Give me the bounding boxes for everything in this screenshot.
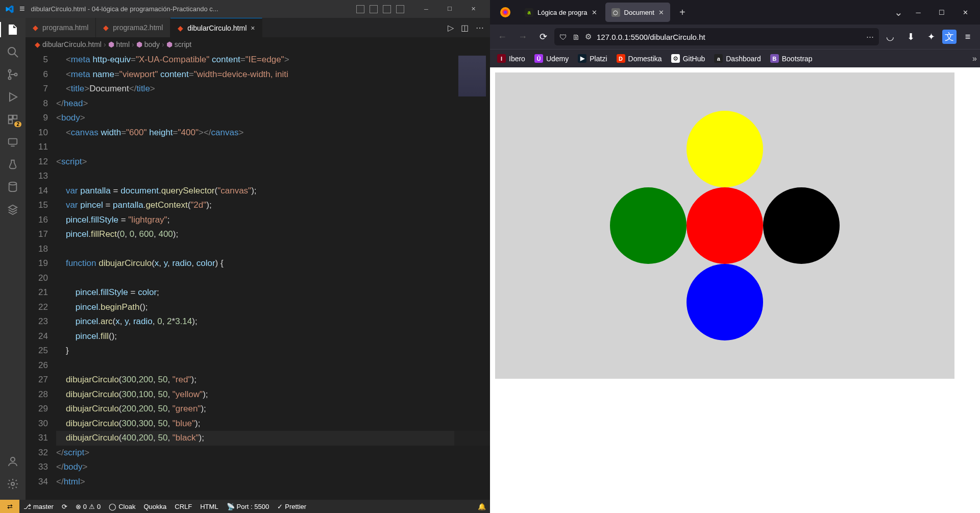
bookmark-platzi[interactable]: ▶Platzi — [574, 52, 611, 65]
back-button[interactable]: ← — [493, 28, 511, 46]
code-editor[interactable]: 5678910111213141516171819202122232425262… — [26, 52, 490, 500]
circle-yellow — [687, 111, 763, 187]
address-bar[interactable]: 🛡 🗎 ⚙ 127.0.0.1:5500/dibularCirculo.ht ⋯ — [554, 28, 879, 45]
git-branch[interactable]: ⎇ master — [19, 503, 58, 510]
vscode-window: ≡ dibularCirculo.html - 04-lógica de pro… — [0, 0, 490, 513]
svg-point-4 — [15, 74, 17, 76]
downloads-icon[interactable]: ⬇ — [901, 28, 920, 46]
svg-point-11 — [11, 457, 15, 461]
svg-point-12 — [11, 482, 14, 485]
forward-button[interactable]: → — [513, 28, 532, 46]
tab-document[interactable]: ◌ Document ✕ — [605, 3, 670, 22]
close-icon[interactable]: ✕ — [592, 9, 597, 16]
window-title: dibularCirculo.html - 04-lógica de progr… — [31, 5, 356, 13]
translate-icon[interactable]: 文 — [942, 30, 957, 44]
pocket-icon[interactable]: ◡ — [881, 28, 899, 46]
app-menu-icon[interactable]: ≡ — [959, 28, 977, 46]
cloak[interactable]: ◯ Cloak — [105, 503, 139, 510]
svg-rect-6 — [13, 115, 17, 119]
extension-icon[interactable]: ✦ — [922, 28, 940, 46]
close-icon[interactable]: × — [251, 24, 255, 32]
close-button[interactable]: ✕ — [461, 0, 485, 18]
firefox-window: a Lógica de progra ✕ ◌ Document ✕ + ⌄ ─ … — [490, 0, 980, 513]
more-icon[interactable]: ⋯ — [476, 23, 484, 33]
more-icon[interactable]: ⋯ — [866, 32, 874, 41]
settings-toggle-icon[interactable]: ⚙ — [585, 32, 592, 41]
code-content[interactable]: <meta http-equiv="X-UA-Compatible" conte… — [56, 52, 490, 500]
minimap[interactable] — [454, 52, 490, 500]
bookmark-udemy[interactable]: ÛUdemy — [530, 52, 573, 65]
new-tab-button[interactable]: + — [674, 7, 691, 18]
shield-icon[interactable]: 🛡 — [559, 33, 567, 41]
svg-point-0 — [8, 47, 15, 55]
svg-point-10 — [9, 182, 17, 185]
maximize-button[interactable]: ☐ — [930, 0, 953, 25]
breadcrumb[interactable]: ◆dibularCirculo.html ›⬢html ›⬢body ›⬢scr… — [26, 37, 490, 52]
explorer-icon[interactable] — [6, 23, 19, 36]
circle-red — [687, 187, 763, 264]
svg-point-2 — [9, 70, 11, 72]
close-icon[interactable]: ✕ — [658, 9, 664, 16]
testing-icon[interactable] — [6, 158, 19, 171]
close-button[interactable]: ✕ — [953, 0, 977, 25]
canvas-output — [495, 72, 954, 379]
svg-rect-7 — [9, 120, 12, 124]
firefox-icon[interactable] — [496, 3, 514, 21]
bookmarks-overflow-icon[interactable]: » — [972, 54, 977, 63]
database-icon[interactable] — [6, 180, 19, 193]
reload-button[interactable]: ⟳ — [534, 28, 552, 46]
title-bar: ≡ dibularCirculo.html - 04-lógica de pro… — [0, 0, 490, 18]
url-text: 127.0.0.1:5500/dibularCirculo.ht — [597, 33, 861, 41]
search-icon[interactable] — [6, 45, 19, 59]
prettier[interactable]: ✓ Prettier — [273, 503, 310, 510]
account-icon[interactable] — [6, 455, 19, 468]
run-icon[interactable]: ▷ — [448, 23, 454, 33]
activity-bar: 2 — [0, 18, 26, 500]
vscode-icon — [5, 5, 14, 14]
notifications-icon[interactable]: 🔔 — [474, 503, 490, 510]
bookmark-bootstrap[interactable]: BBootstrap — [766, 52, 817, 65]
bookmark-domestika[interactable]: DDomestika — [612, 52, 666, 65]
circle-black — [763, 187, 840, 264]
settings-icon[interactable] — [6, 477, 19, 491]
svg-rect-8 — [9, 139, 17, 144]
remote-explorer-icon[interactable] — [6, 135, 19, 149]
live-server-port[interactable]: 📡 Port : 5500 — [223, 503, 274, 510]
circle-green — [610, 187, 687, 264]
svg-rect-5 — [9, 115, 12, 119]
tab-programa2[interactable]: ◆programa2.html — [96, 18, 170, 37]
status-bar: ⇄ ⎇ master ⟳ ⊗ 0 ⚠ 0 ◯ Cloak Quokka CRLF… — [0, 500, 490, 513]
editor-tabs: ◆programa.html ◆programa2.html ◆dibularC… — [26, 18, 490, 37]
bookmark-dashboard[interactable]: aDashboard — [710, 52, 765, 65]
eol[interactable]: CRLF — [170, 503, 196, 510]
run-debug-icon[interactable] — [6, 90, 19, 104]
editor-area: ◆programa.html ◆programa2.html ◆dibularC… — [26, 18, 490, 500]
bookmark-github[interactable]: ⊙GitHub — [667, 52, 709, 65]
app-menu-icon[interactable]: ≡ — [19, 4, 25, 14]
line-gutter: 5678910111213141516171819202122232425262… — [26, 52, 56, 500]
browser-toolbar: ← → ⟳ 🛡 🗎 ⚙ 127.0.0.1:5500/dibularCircul… — [490, 25, 980, 49]
circle-blue — [687, 264, 763, 340]
site-info-icon[interactable]: 🗎 — [572, 33, 580, 41]
extensions-icon[interactable]: 2 — [6, 113, 19, 126]
svg-line-1 — [14, 54, 18, 57]
source-control-icon[interactable] — [6, 68, 19, 81]
bookmarks-bar: IIberoÛUdemy▶PlatziDDomestika⊙GitHubaDas… — [490, 49, 980, 67]
problems[interactable]: ⊗ 0 ⚠ 0 — [71, 503, 105, 510]
svg-point-3 — [9, 77, 11, 80]
list-tabs-button[interactable]: ⌄ — [890, 6, 906, 18]
remote-button[interactable]: ⇄ — [0, 500, 19, 513]
tab-programa[interactable]: ◆programa.html — [26, 18, 96, 37]
minimize-button[interactable]: ─ — [414, 0, 438, 18]
layout-icons[interactable] — [356, 5, 404, 13]
layers-icon[interactable] — [6, 203, 19, 216]
maximize-button[interactable]: ☐ — [438, 0, 461, 18]
language-mode[interactable]: HTML — [196, 503, 222, 510]
minimize-button[interactable]: ─ — [906, 0, 930, 25]
quokka[interactable]: Quokka — [139, 503, 170, 510]
bookmark-ibero[interactable]: IIbero — [493, 52, 529, 65]
split-editor-icon[interactable]: ◫ — [461, 23, 469, 33]
sync-status[interactable]: ⟳ — [58, 503, 71, 510]
tab-dibularcirculo[interactable]: ◆dibularCirculo.html× — [170, 18, 262, 37]
tab-logica[interactable]: a Lógica de progra ✕ — [519, 3, 603, 22]
